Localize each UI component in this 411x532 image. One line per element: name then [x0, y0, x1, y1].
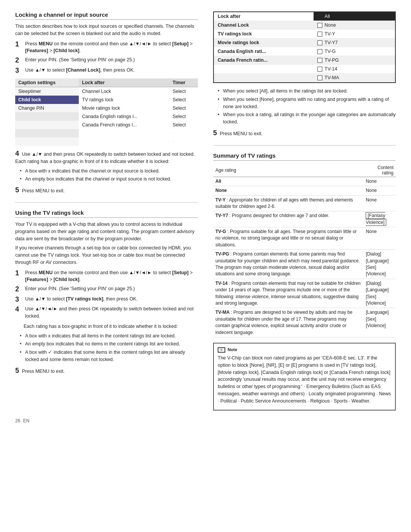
step5-num-lock: 5 — [15, 186, 19, 194]
tv-ratings-lock-label: TV ratings lock — [79, 96, 169, 104]
all-checkbox — [317, 14, 322, 19]
locking-step4-text: 4 Use ▲/▼ and then press OK repeatedly t… — [15, 150, 198, 165]
summary-row-none: None None — [213, 186, 396, 195]
tvy-checkbox-item: TV-Y — [317, 31, 391, 37]
tv-step-num-1: 1 — [15, 269, 24, 278]
menu-empty-4 — [79, 129, 169, 137]
locking-step-3: 3 Use ▲/▼ to select [Channel Lock], then… — [15, 67, 198, 75]
tvy7-checkbox — [317, 40, 322, 45]
rating-tvma: TV-MA : Programs are designed to be view… — [213, 308, 363, 337]
locking-step5-text: 5 Press MENU to exit. — [15, 185, 198, 195]
channel-lock-label: Channel Lock — [79, 87, 169, 96]
rating-none: None — [213, 186, 363, 195]
ratings-row-3: TV ratings lock TV-Y — [214, 30, 395, 38]
menu-empty-5 — [15, 137, 79, 146]
content-tvy: None — [363, 195, 396, 211]
canada-english-select[interactable]: Select — [169, 112, 198, 121]
all-label: All — [325, 14, 330, 19]
section-divider-right — [213, 145, 396, 145]
canada-french-select[interactable]: Select — [169, 121, 198, 129]
tv-ratings-rm-label: TV ratings lock — [214, 30, 314, 38]
content-tv14: [Dialog] [Language] [Sex] [Violence] — [363, 279, 396, 308]
all-value[interactable]: All — [314, 12, 395, 21]
empty-rm-label-2 — [214, 73, 314, 82]
tv-bullet-2: An empty box indicates that no items in … — [20, 340, 198, 348]
tv-step-3-text: Use ▲/▼ to select [TV ratings lock], the… — [25, 296, 198, 303]
rating-tvpg: TV-PG : Programs contain elements that s… — [213, 250, 363, 279]
locking-bullets: A box with x indicates that the channel … — [20, 168, 198, 183]
movie-ratings-lock-select[interactable]: Select — [169, 104, 198, 112]
page-layout: Locking a channel or input source This s… — [15, 11, 396, 411]
tv-ratings-lock-select[interactable]: Select — [169, 96, 198, 104]
menu-row-5: Canada French ratings l... Select — [15, 121, 198, 129]
page-number: 26 — [15, 418, 20, 423]
note-icon: ≡ — [218, 347, 225, 353]
none-checkbox — [317, 23, 322, 28]
tvy-label-bold: TV-Y — [215, 197, 226, 203]
movie-ratings-lock-label: Movie ratings lock — [79, 104, 169, 112]
ratings-row-2: Channel Lock None — [214, 21, 395, 30]
tv14-label: TV-14 — [325, 66, 337, 72]
locking-title: Locking a channel or input source — [15, 11, 198, 20]
menu-row-7: · — [15, 137, 198, 146]
ratings-menu-table: Lock after All Channel Lock None — [214, 12, 395, 82]
content-all: None — [363, 177, 396, 186]
ratings-bullet-1: When you select [All], all items in the … — [218, 88, 396, 95]
tv-ratings-intro1: Your TV is equipped with a V-chip that a… — [15, 221, 198, 242]
locking-steps: 1 Press MENU on the remote control and t… — [15, 40, 198, 75]
movie-ratings-rm-label: Movie ratings lock — [214, 38, 314, 47]
menu-row-2: Child lock TV ratings lock Select — [15, 96, 198, 104]
tv-step-3: 3 Use ▲/▼ to select [TV ratings lock], t… — [15, 296, 198, 304]
tv14-value[interactable]: TV-14 — [314, 65, 395, 73]
canada-french-rm-label: Canada French ratin... — [214, 56, 314, 65]
tvma-checkbox — [317, 75, 322, 80]
note-box: ≡ Note The V-Chip can block non rated pr… — [213, 343, 396, 411]
ratings-row-4: Movie ratings lock TV-Y7 — [214, 38, 395, 47]
tvma-value[interactable]: TV-MA — [314, 73, 395, 82]
note-text: The V-Chip can block non rated programs … — [218, 355, 391, 404]
tvg-value[interactable]: TV-G — [314, 47, 395, 56]
menu-dot-2: · — [169, 137, 198, 146]
menu-row-1: Sleeptimer Channel Lock Select — [15, 87, 198, 96]
summary-row-tvma: TV-MA : Programs are designed to be view… — [213, 308, 396, 337]
all-checkbox-item: All — [317, 14, 391, 19]
channel-lock-select[interactable]: Select — [169, 87, 198, 96]
tvpg-value[interactable]: TV-PG — [314, 56, 395, 65]
content-rating-header: Content rating — [363, 164, 396, 177]
none-label: None — [325, 22, 336, 28]
right-column: Lock after All Channel Lock None — [213, 11, 396, 411]
rating-all: All — [213, 177, 363, 186]
none-value[interactable]: None — [314, 21, 395, 30]
locking-step-1: 1 Press MENU on the remote control and t… — [15, 40, 198, 55]
page-footer: 26 EN — [15, 418, 396, 423]
rating-tvy: TV-Y : Appropriate for children of all a… — [213, 195, 363, 211]
note-header: ≡ Note — [218, 347, 391, 353]
tvpg-desc: : Programs contain elements that some pa… — [215, 251, 360, 276]
none-checkbox-item: None — [317, 22, 391, 28]
tv-step-1: 1 Press MENU on the remote control and t… — [15, 269, 198, 284]
tvpg-checkbox — [317, 58, 322, 63]
tvy7-label-bold: TV-Y7 — [215, 213, 228, 218]
tv-step-4-text: Use ▲/▼/◄/► and then press OK repeatedly… — [25, 305, 198, 320]
menu-col-3-header: Timer — [169, 78, 198, 87]
change-pin-label: Change PIN — [15, 104, 79, 112]
menu-empty-2 — [15, 121, 79, 129]
tv14-label-bold: TV-14 — [215, 281, 228, 286]
tvma-label: TV-MA — [325, 75, 339, 80]
tv14-desc: : Programs contain elements that may not… — [215, 281, 361, 306]
locking-step-2: 2 Enter your PIN. (See 'Setting your PIN… — [15, 56, 198, 65]
tvpg-checkbox-item: TV-PG — [317, 58, 391, 63]
tvy7-value[interactable]: TV-Y7 — [314, 38, 395, 47]
tv-step-2: 2 Enter your PIN. (See 'Setting your PIN… — [15, 285, 198, 294]
ratings-row-8: TV-MA — [214, 73, 395, 82]
sleeptimer-label: Sleeptimer — [15, 87, 79, 96]
menu-col-2-header: Lock after — [79, 78, 169, 87]
rating-tvy7: TV-Y7 : Programs designed for children a… — [213, 211, 363, 227]
summary-row-tv14: TV-14 : Programs contain elements that m… — [213, 279, 396, 308]
canada-english-rm-label: Canada English rati... — [214, 47, 314, 56]
summary-row-tvy: TV-Y : Appropriate for children of all a… — [213, 195, 396, 211]
menu-empty-1 — [15, 112, 79, 121]
menu-col-1-header: Caption settings — [15, 78, 79, 87]
tvy-value[interactable]: TV-Y — [314, 30, 395, 38]
channel-lock-menu: Caption settings Lock after Timer Sleept… — [15, 78, 198, 146]
